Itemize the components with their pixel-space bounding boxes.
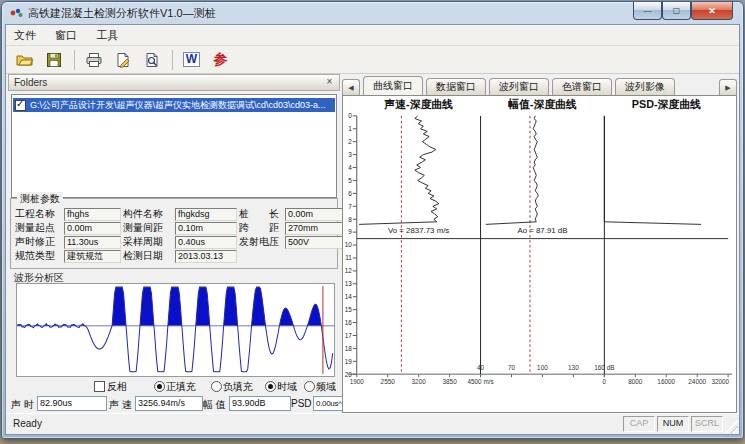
- folders-close-icon[interactable]: ×: [323, 76, 336, 89]
- svg-text:14: 14: [345, 293, 353, 300]
- close-button[interactable]: ✕: [691, 2, 733, 20]
- amplitude-field[interactable]: 93.90dB: [229, 396, 291, 411]
- svg-text:17: 17: [345, 332, 353, 339]
- svg-text:12: 12: [345, 267, 353, 274]
- tab-wavetrain-window[interactable]: 波列窗口: [489, 78, 549, 95]
- tab-wavetrain-image[interactable]: 波列影像: [615, 78, 675, 95]
- param-field-project-name[interactable]: fhghs: [64, 208, 121, 221]
- param-field-start-point[interactable]: 0.00m: [64, 222, 121, 235]
- maximize-button[interactable]: ▢: [662, 2, 691, 20]
- word-export-button[interactable]: W: [178, 48, 205, 72]
- param-field-sample-period[interactable]: 0.40us: [175, 236, 237, 249]
- sound-speed-field[interactable]: 3256.94m/s: [135, 396, 203, 411]
- svg-text:15: 15: [345, 306, 353, 313]
- minimize-button[interactable]: —: [633, 2, 662, 20]
- svg-text:0: 0: [348, 112, 352, 119]
- sound-time-field[interactable]: 82.90us: [37, 396, 107, 411]
- svg-text:100: 100: [537, 364, 548, 371]
- tab-scroll-left-icon[interactable]: ◀: [342, 79, 360, 95]
- fill-positive-radio[interactable]: [154, 381, 165, 392]
- print-button[interactable]: [80, 48, 107, 72]
- svg-text:18: 18: [345, 345, 353, 352]
- svg-text:160 dB: 160 dB: [594, 364, 614, 371]
- freq-domain-label: 频域: [316, 380, 336, 394]
- param-label: 测量起点: [15, 221, 62, 235]
- svg-text:20: 20: [345, 370, 353, 377]
- window-controls: — ▢ ✕: [633, 2, 733, 20]
- param-field-spec-type[interactable]: 建筑规范: [64, 250, 121, 263]
- status-bar: Ready CAP NUM SCRL: [6, 413, 739, 434]
- chart-panel: ◀ 曲线窗口 数据窗口 波列窗口 色谱窗口 波列影像 ▶ 01234567891…: [342, 74, 737, 413]
- toolbar-separator: [172, 50, 173, 70]
- svg-text:10: 10: [345, 241, 353, 248]
- param-field-span[interactable]: 270mm: [285, 222, 345, 235]
- amplitude-label: 幅 值: [203, 398, 226, 412]
- sound-speed-label: 声 速: [109, 398, 132, 412]
- param-label: 发射电压: [239, 235, 283, 249]
- app-icon: [10, 7, 24, 19]
- invert-checkbox[interactable]: [94, 381, 105, 392]
- param-field-interval[interactable]: 0.10m: [175, 222, 237, 235]
- open-file-button[interactable]: [11, 48, 38, 72]
- svg-text:40: 40: [477, 364, 485, 371]
- print-preview-button[interactable]: [138, 48, 165, 72]
- keyboard-indicators: CAP NUM SCRL: [623, 416, 723, 432]
- file-list[interactable]: ✓ G:\公司产品设计开发\超声仪器\超声仪实地检测数据调试\cd\cd03\c…: [11, 94, 337, 198]
- file-list-item[interactable]: ✓ G:\公司产品设计开发\超声仪器\超声仪实地检测数据调试\cd\cd03\c…: [13, 98, 335, 112]
- folders-panel: Folders × ✓ G:\公司产品设计开发\超声仪器\超声仪实地检测数据调试…: [8, 74, 340, 413]
- param-field-pile-length[interactable]: 0.00m: [285, 208, 345, 221]
- waveform-display[interactable]: [16, 283, 335, 377]
- num-indicator: NUM: [657, 416, 689, 432]
- svg-text:13: 13: [345, 280, 353, 287]
- param-label: 检测日期: [123, 249, 173, 263]
- save-button[interactable]: [40, 48, 67, 72]
- svg-text:70: 70: [508, 364, 516, 371]
- caps-indicator: CAP: [623, 416, 655, 432]
- menu-tools[interactable]: 工具: [88, 25, 126, 45]
- param-label: 构件名称: [123, 207, 173, 221]
- window-title: 高铁建混凝土检测分析软件V1.0—测桩: [28, 6, 216, 21]
- parameter-button[interactable]: 参: [207, 48, 234, 72]
- sound-time-label: 声 时: [11, 398, 34, 412]
- param-field-component-name[interactable]: fhgkdsg: [175, 208, 237, 221]
- time-domain-radio[interactable]: [265, 381, 276, 392]
- file-checkbox[interactable]: ✓: [15, 100, 26, 111]
- param-field-test-date[interactable]: 2013.03.13: [175, 250, 237, 263]
- client-area: 文件 窗口 工具: [5, 24, 740, 435]
- status-text: Ready: [13, 418, 42, 429]
- folders-panel-header[interactable]: Folders ×: [8, 74, 340, 91]
- word-icon: W: [183, 52, 200, 67]
- psd-field[interactable]: 0.00us^2/m: [313, 396, 344, 411]
- param-field-time-correction[interactable]: 11.30us: [64, 236, 121, 249]
- fill-negative-radio[interactable]: [211, 381, 222, 392]
- svg-text:16000: 16000: [657, 378, 675, 385]
- invert-label: 反相: [107, 380, 127, 394]
- param-label: 测量间距: [123, 221, 173, 235]
- tab-curve-window[interactable]: 曲线窗口: [363, 76, 423, 95]
- param-field-voltage[interactable]: 500V: [285, 236, 345, 249]
- scroll-indicator: SCRL: [691, 416, 723, 432]
- toolbar: W 参: [6, 46, 739, 74]
- svg-text:声速-深度曲线: 声速-深度曲线: [383, 98, 453, 110]
- tab-data-window[interactable]: 数据窗口: [426, 78, 486, 95]
- param-label: 规范类型: [15, 249, 62, 263]
- tab-strip: ◀ 曲线窗口 数据窗口 波列窗口 色谱窗口 波列影像 ▶: [342, 76, 737, 95]
- export-button[interactable]: [109, 48, 136, 72]
- svg-text:1900: 1900: [350, 378, 365, 385]
- depth-curve-charts[interactable]: 01234567891011121314151617181920声速-深度曲线1…: [342, 95, 737, 413]
- svg-text:7: 7: [348, 203, 352, 210]
- titlebar[interactable]: 高铁建混凝土检测分析软件V1.0—测桩 — ▢ ✕: [2, 2, 743, 24]
- resize-grip[interactable]: [725, 420, 738, 433]
- menu-window[interactable]: 窗口: [47, 25, 85, 45]
- svg-text:3200: 3200: [412, 378, 427, 385]
- svg-text:32000: 32000: [711, 378, 729, 385]
- svg-text:6: 6: [348, 190, 352, 197]
- page-edit-icon: [115, 52, 131, 68]
- tab-scroll-right-icon[interactable]: ▶: [719, 79, 737, 95]
- printer-icon: [85, 52, 103, 68]
- svg-text:130: 130: [568, 364, 579, 371]
- menu-file[interactable]: 文件: [6, 25, 44, 45]
- tab-spectrum-window[interactable]: 色谱窗口: [552, 78, 612, 95]
- open-folder-icon: [16, 52, 34, 68]
- freq-domain-radio[interactable]: [304, 381, 315, 392]
